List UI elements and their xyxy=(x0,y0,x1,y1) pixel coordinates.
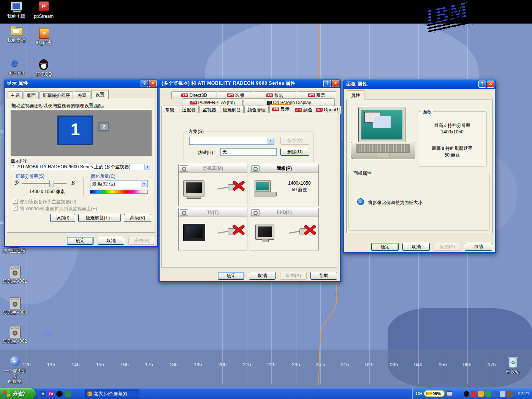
fpd-power-button[interactable] xyxy=(251,209,260,216)
tab-color-management[interactable]: 颜色管理 xyxy=(244,106,269,114)
chevron-down-icon[interactable]: ▼ xyxy=(268,138,274,144)
media-player-quick-icon[interactable]: m xyxy=(48,391,54,397)
battery-indicator[interactable]: 98% xyxy=(424,390,445,397)
cancel-button[interactable]: 取消 xyxy=(98,237,124,245)
panel-power-button[interactable] xyxy=(251,165,260,172)
tray-app-icon[interactable] xyxy=(485,391,491,397)
extend-desktop-checkbox[interactable]: ✓ xyxy=(13,206,18,211)
desktop-icon-movie[interactable]: ▶ 一个噱头引发 的血案 xyxy=(2,356,28,384)
panel-refresh-value: 50 赫兹 xyxy=(283,187,316,193)
help-button[interactable]: ? xyxy=(323,80,331,87)
clock[interactable]: 22:21 xyxy=(518,391,529,396)
resolution-more-label: 多 xyxy=(71,180,76,186)
desktop-icon-ppstream[interactable]: P ppStream xyxy=(30,1,57,19)
desktop-icon-my-computer[interactable]: 我的电脑 xyxy=(3,1,30,19)
advanced-button[interactable]: 高级(V) xyxy=(124,214,151,222)
input-language-indicator[interactable]: CH xyxy=(416,391,422,396)
tab-desktop[interactable]: 桌面 xyxy=(24,91,39,99)
help-button[interactable]: 帮助 xyxy=(465,243,492,251)
monitor-1[interactable]: 1 xyxy=(57,116,93,145)
tray-app-icon[interactable] xyxy=(507,391,513,397)
ok-button[interactable]: 确定 xyxy=(371,243,399,251)
tab-screensaver[interactable]: 屏幕保护程序 xyxy=(40,91,73,99)
ie-quick-icon[interactable]: e xyxy=(40,391,46,397)
tab-displays[interactable]: ATI显示 xyxy=(269,104,292,114)
panel-dialog-titlebar[interactable]: 面板 属性 ? ✕ xyxy=(343,79,496,89)
ati-dialog-titlebar[interactable]: (多个监视器) 和 ATI MOBILITY RADEON 9600 Serie… xyxy=(158,79,341,88)
tab-opengl[interactable]: ATIOpenGL xyxy=(315,106,342,114)
cancel-button[interactable]: 取消 xyxy=(249,272,276,280)
monitor-power-button[interactable] xyxy=(180,165,188,172)
tab-monitor[interactable]: 监视器 xyxy=(200,106,219,114)
tab-themes[interactable]: 主题 xyxy=(8,91,23,99)
color-quality-dropdown[interactable]: 最高(32 位) ▼ xyxy=(90,180,148,188)
chat-window-icon: m xyxy=(87,391,92,396)
scheme-dropdown[interactable]: ▼ xyxy=(189,137,274,145)
tray-app-icon[interactable] xyxy=(492,391,498,397)
dialog-title: 显示 属性 xyxy=(7,80,140,87)
tv-power-button[interactable] xyxy=(180,209,188,216)
timezone-label: 02h xyxy=(361,362,378,367)
chevron-down-icon[interactable]: ▼ xyxy=(141,181,147,187)
monitor-arrangement-preview[interactable]: 1 2 xyxy=(11,110,152,156)
chevron-down-icon[interactable]: ▼ xyxy=(144,164,150,170)
close-button[interactable]: ✕ xyxy=(332,80,339,87)
tab-general[interactable]: 常规 xyxy=(162,106,178,114)
tab-color[interactable]: ATI颜色 xyxy=(293,106,314,114)
desktop-icon-chen-v001[interactable]: AUDIO 陈先生V001 xyxy=(2,266,28,284)
ok-button[interactable]: 确定 xyxy=(218,272,244,280)
taskbar: 开始 e m m 老大 问个屏幕的... CH 98% 22:21 xyxy=(0,388,532,399)
desktop-icon-qq[interactable]: 腾讯QQ xyxy=(30,59,57,77)
color-quality-group-label: 颜色质量(C) xyxy=(89,173,117,180)
primary-monitor-checkbox[interactable]: ✓ xyxy=(13,199,18,204)
resolution-slider[interactable] xyxy=(22,183,66,184)
tab-appearance[interactable]: 外观 xyxy=(74,91,90,99)
desktop-icon-chen-v003[interactable]: AUDIO 陈先生V003 xyxy=(2,297,28,315)
tray-app-icon[interactable] xyxy=(478,391,484,397)
desktop-icon-ip-xinshi[interactable]: IP IP_信史 xyxy=(30,27,57,45)
delete-button[interactable]: 删除(D) xyxy=(280,148,309,156)
apply-button[interactable]: 应用(A) xyxy=(280,272,307,280)
help-button[interactable]: ? xyxy=(478,81,486,88)
qq-tray-icon[interactable] xyxy=(464,391,469,397)
ppstream-icon: P xyxy=(38,1,50,13)
close-button[interactable]: ✕ xyxy=(487,81,494,88)
monitor-2[interactable]: 2 xyxy=(98,122,109,131)
panel-resolution-value: 532x399 xyxy=(283,180,316,186)
disconnected-x-icon xyxy=(232,179,245,192)
ok-button[interactable]: 确定 xyxy=(67,237,93,245)
start-button[interactable]: 开始 xyxy=(0,388,36,399)
resolution-slider-thumb[interactable] xyxy=(49,180,54,187)
save-button[interactable]: 保存(V) xyxy=(280,137,309,145)
apply-button[interactable]: 应用(A) xyxy=(434,243,461,251)
scheme-group: 方案(S) ▼ 保存(V) 热键(H) : 无 删除(D) xyxy=(184,131,314,162)
cancel-button[interactable]: 取消 xyxy=(402,243,430,251)
device-tv-label: TV(T) xyxy=(207,210,219,215)
tab-settings[interactable]: 设置 xyxy=(91,90,109,99)
task-button-chat[interactable]: m 老大 问个屏幕的... xyxy=(85,390,139,398)
power-plug-icon[interactable] xyxy=(447,391,452,396)
tray-app-icon[interactable] xyxy=(471,391,477,397)
resolution-group: 屏幕分辨率(S) 少 多 532 x 399 像素 xyxy=(11,176,84,197)
desktop-icon-recycle-bin[interactable]: ♻ 回收站 xyxy=(499,356,526,374)
tab-attributes[interactable]: 属性 xyxy=(347,90,364,100)
close-button[interactable]: ✕ xyxy=(149,80,157,87)
display-device-dropdown[interactable]: 1. ATI MOBILITY RADEON 9600 Series 上的 (多… xyxy=(11,163,151,171)
help-button[interactable]: 帮助 xyxy=(310,272,337,280)
desktop-icon-internet[interactable]: e Internet xyxy=(3,58,30,76)
apply-button[interactable]: 应用(A) xyxy=(128,237,155,245)
tab-adapter[interactable]: 适配器 xyxy=(179,106,199,114)
desktop-icon-my-documents[interactable]: 我的文档 xyxy=(3,25,30,43)
show-desktop-icon[interactable] xyxy=(65,391,71,397)
hotkey-field[interactable]: 无 xyxy=(220,148,277,156)
qq-quick-icon[interactable] xyxy=(56,391,63,397)
troubleshoot-button[interactable]: 疑难解答(T)... xyxy=(78,214,121,222)
display-dialog-titlebar[interactable]: 显示 属性 ? ✕ xyxy=(4,79,158,88)
tray-app-icon[interactable] xyxy=(500,391,505,397)
color-quality-group: 颜色质量(C) 最高(32 位) ▼ xyxy=(86,176,151,197)
desktop-icon-chen-v002[interactable]: AUDIO 陈先生V002 xyxy=(2,326,28,344)
identify-button[interactable]: 识别(I) xyxy=(50,214,75,222)
scale-image-checkbox[interactable]: ✓ xyxy=(357,198,364,205)
help-button[interactable]: ? xyxy=(141,80,148,87)
tab-troubleshoot[interactable]: 疑难解答 xyxy=(220,106,244,114)
